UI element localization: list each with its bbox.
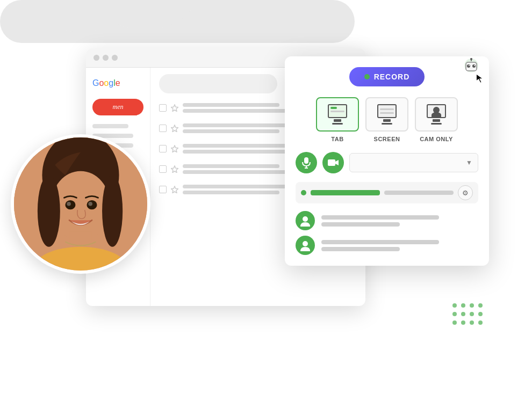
screen-monitor-icon	[377, 104, 397, 125]
screen-icon-box[interactable]	[365, 97, 408, 132]
gear-icon: ⚙	[462, 189, 469, 197]
sidebar-line-1	[92, 124, 128, 128]
cam-person-body	[432, 112, 441, 118]
email-star-2[interactable]	[171, 125, 178, 132]
svg-marker-2	[171, 125, 178, 132]
popup-tab-bar: ⚙	[296, 182, 478, 203]
user-avatar-2	[296, 236, 315, 255]
cursor-icon	[475, 73, 485, 84]
dot-5	[452, 312, 457, 316]
audio-controls: ▼	[296, 152, 478, 173]
email-checkbox-5[interactable]	[159, 186, 167, 193]
browser-dot-red	[94, 55, 99, 61]
gmail-search-bar[interactable]	[159, 74, 277, 93]
tab-base	[332, 123, 343, 125]
email-checkbox-1[interactable]	[159, 104, 167, 112]
dot-grid	[452, 303, 484, 326]
screen-line2	[380, 112, 394, 114]
user-person-icon-2	[299, 239, 311, 251]
email-star-4[interactable]	[171, 165, 178, 173]
settings-gear-button[interactable]: ⚙	[458, 185, 473, 200]
svg-point-17	[474, 65, 475, 66]
svg-point-15	[472, 64, 476, 68]
camera-icon	[327, 158, 339, 167]
svg-point-35	[88, 202, 92, 206]
cam-icon-box[interactable]	[415, 97, 458, 132]
svg-marker-0	[171, 105, 178, 112]
tab-line	[330, 107, 337, 109]
tab-active-dot	[301, 190, 306, 195]
svg-point-16	[469, 65, 470, 66]
svg-point-31	[102, 175, 123, 247]
cloud-decoration	[0, 0, 355, 43]
user-detail-line-1	[321, 222, 400, 227]
person-photo-circle	[11, 134, 150, 274]
popup-tab-1[interactable]	[311, 190, 380, 195]
user-name-line-2	[321, 240, 439, 244]
microphone-icon	[301, 157, 311, 169]
mode-option-cam[interactable]: CAM ONLY	[415, 97, 458, 142]
screen-stand	[383, 119, 391, 122]
g-yellow: o	[104, 78, 109, 88]
email-line-2b	[183, 129, 279, 133]
email-line-4a	[183, 164, 279, 168]
g-red2: e	[116, 78, 120, 88]
svg-point-23	[303, 216, 308, 222]
dot-6	[461, 312, 465, 316]
mode-option-screen[interactable]: SCREEN	[365, 97, 408, 142]
tab-mode-label: TAB	[331, 136, 343, 142]
email-star-5[interactable]	[171, 186, 178, 193]
svg-marker-22	[335, 160, 339, 165]
tab-content-line	[330, 111, 344, 112]
compose-button[interactable]: men	[92, 99, 143, 115]
svg-point-30	[38, 175, 60, 247]
svg-marker-8	[171, 186, 178, 193]
dot-2	[461, 303, 465, 308]
email-star-3[interactable]	[171, 145, 178, 152]
record-button[interactable]: RECORD	[349, 67, 425, 86]
g-blue2: g	[109, 78, 113, 88]
cam-base	[431, 123, 442, 125]
email-line-1a	[183, 103, 279, 107]
svg-point-14	[467, 64, 470, 68]
screen-mode-label: SCREEN	[374, 136, 400, 142]
user-avatar-1	[296, 211, 315, 230]
email-checkbox-4[interactable]	[159, 165, 167, 173]
svg-point-12	[470, 58, 472, 60]
record-indicator	[364, 74, 370, 79]
screen-line1	[380, 108, 394, 110]
user-row-1	[296, 211, 478, 230]
main-scene: Google men	[0, 0, 532, 401]
popup-tab-2[interactable]	[384, 191, 454, 195]
record-label: RECORD	[374, 72, 410, 81]
tab-icon-box[interactable]	[316, 97, 359, 132]
person-face-svg	[14, 137, 147, 271]
email-checkbox-3[interactable]	[159, 145, 167, 152]
dot-12	[478, 320, 483, 325]
email-star-1[interactable]	[171, 104, 178, 112]
microphone-button[interactable]	[296, 152, 317, 173]
browser-dot-yellow	[103, 55, 109, 61]
svg-marker-4	[171, 145, 178, 152]
user-list	[296, 211, 478, 255]
dot-3	[470, 303, 474, 308]
svg-rect-21	[328, 159, 335, 166]
screen-base	[382, 123, 392, 125]
cam-mode-label: CAM ONLY	[420, 136, 453, 142]
audio-source-dropdown[interactable]: ▼	[349, 153, 478, 172]
user-name-line-1	[321, 215, 439, 220]
screen-rect	[377, 104, 397, 118]
dot-9	[452, 320, 457, 325]
dot-11	[470, 320, 474, 325]
svg-point-34	[67, 202, 71, 206]
email-checkbox-2[interactable]	[159, 125, 167, 132]
person-photo-inner	[14, 137, 147, 271]
mode-option-tab[interactable]: TAB	[316, 97, 359, 142]
extension-popup: RECORD TAB	[285, 56, 489, 266]
user-row-2	[296, 236, 478, 255]
tab-screen	[328, 104, 347, 118]
camera-button[interactable]	[322, 152, 344, 173]
cam-monitor-icon	[427, 104, 446, 125]
user-detail-line-2	[321, 247, 400, 251]
dot-8	[478, 312, 483, 316]
